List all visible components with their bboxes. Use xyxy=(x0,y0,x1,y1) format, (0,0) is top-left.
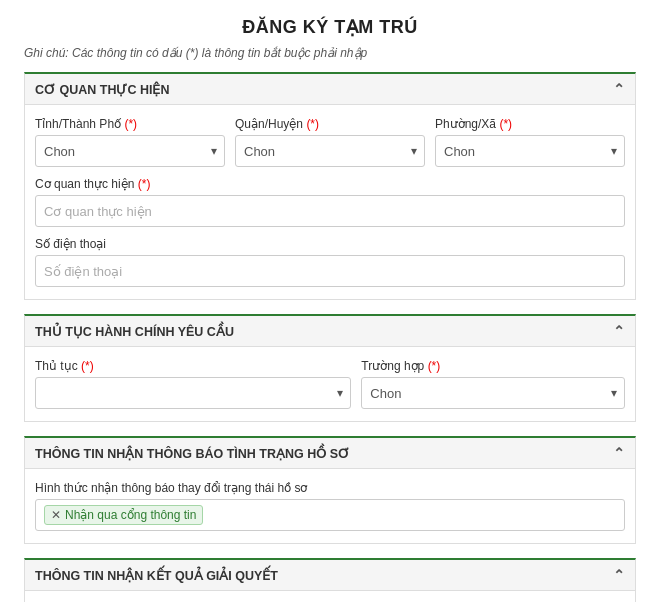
section-body-ket-qua: Hình thức nhận (*) Nhận trực tiếp xyxy=(25,591,635,602)
label-thu-tuc: Thủ tục (*) xyxy=(35,359,351,373)
select-wrapper-phuong: Chon xyxy=(435,135,625,167)
select-truong-hop[interactable]: Chon xyxy=(361,377,625,409)
field-thu-tuc: Thủ tục (*) xyxy=(35,359,351,409)
select-quan-huyen[interactable]: Chon xyxy=(235,135,425,167)
input-so-dien-thoai[interactable] xyxy=(35,255,625,287)
section-thu-tuc: THỦ TỤC HÀNH CHÍNH YÊU CẦU ⌃ Thủ tục (*) xyxy=(24,314,636,422)
field-tinh-thanh-pho: Tỉnh/Thành Phố (*) Chon xyxy=(35,117,225,167)
chevron-up-icon-4: ⌃ xyxy=(613,567,625,583)
field-truong-hop: Trường hợp (*) Chon xyxy=(361,359,625,409)
tag-remove-icon[interactable]: ✕ xyxy=(51,508,61,522)
section-title-co-quan: CƠ QUAN THỰC HIỆN xyxy=(35,82,169,97)
section-title-thong-bao: THÔNG TIN NHẬN THÔNG BÁO TÌNH TRẠNG HỒ S… xyxy=(35,446,350,461)
thu-tuc-row: Thủ tục (*) Trường hợp (*) xyxy=(35,359,625,409)
section-ket-qua: THÔNG TIN NHẬN KẾT QUẢ GIẢI QUYẾT ⌃ Hình… xyxy=(24,558,636,602)
section-header-thu-tuc[interactable]: THỦ TỤC HÀNH CHÍNH YÊU CẦU ⌃ xyxy=(25,316,635,347)
select-wrapper-quan: Chon xyxy=(235,135,425,167)
section-header-co-quan[interactable]: CƠ QUAN THỰC HIỆN ⌃ xyxy=(25,74,635,105)
chevron-up-icon: ⌃ xyxy=(613,81,625,97)
location-row: Tỉnh/Thành Phố (*) Chon Quận/Huyện (*) xyxy=(35,117,625,167)
label-tinh-thanh-pho: Tỉnh/Thành Phố (*) xyxy=(35,117,225,131)
label-truong-hop: Trường hợp (*) xyxy=(361,359,625,373)
hinh-thuc-thong-bao-row: Hình thức nhận thông báo thay đổi trạng … xyxy=(35,481,625,531)
section-body-thong-bao: Hình thức nhận thông báo thay đổi trạng … xyxy=(25,469,635,543)
co-quan-row: Cơ quan thực hiện (*) xyxy=(35,177,625,227)
chevron-up-icon-3: ⌃ xyxy=(613,445,625,461)
field-hinh-thuc-thong-bao: Hình thức nhận thông báo thay đổi trạng … xyxy=(35,481,625,531)
tag-label: Nhận qua cổng thông tin xyxy=(65,508,196,522)
field-quan-huyen: Quận/Huyện (*) Chon xyxy=(235,117,425,167)
chevron-up-icon-2: ⌃ xyxy=(613,323,625,339)
section-header-ket-qua[interactable]: THÔNG TIN NHẬN KẾT QUẢ GIẢI QUYẾT ⌃ xyxy=(25,560,635,591)
label-so-dien-thoai: Số điện thoại xyxy=(35,237,625,251)
section-co-quan-thuc-hien: CƠ QUAN THỰC HIỆN ⌃ Tỉnh/Thành Phố (*) C… xyxy=(24,72,636,300)
select-wrapper-truong-hop: Chon xyxy=(361,377,625,409)
label-quan-huyen: Quận/Huyện (*) xyxy=(235,117,425,131)
select-tinh-thanh-pho[interactable]: Chon xyxy=(35,135,225,167)
select-thu-tuc[interactable] xyxy=(35,377,351,409)
select-phuong-xa[interactable]: Chon xyxy=(435,135,625,167)
section-header-thong-bao[interactable]: THÔNG TIN NHẬN THÔNG BÁO TÌNH TRẠNG HỒ S… xyxy=(25,438,635,469)
form-note: Ghi chú: Các thông tin có dấu (*) là thô… xyxy=(24,46,636,60)
field-phuong-xa: Phường/Xã (*) Chon xyxy=(435,117,625,167)
phone-row: Số điện thoại xyxy=(35,237,625,287)
section-title-thu-tuc: THỦ TỤC HÀNH CHÍNH YÊU CẦU xyxy=(35,324,234,339)
tag-input-thong-bao[interactable]: ✕ Nhận qua cổng thông tin xyxy=(35,499,625,531)
section-body-co-quan: Tỉnh/Thành Phố (*) Chon Quận/Huyện (*) xyxy=(25,105,635,299)
tag-cong-thong-tin: ✕ Nhận qua cổng thông tin xyxy=(44,505,203,525)
input-co-quan-thuc-hien[interactable] xyxy=(35,195,625,227)
select-wrapper-thu-tuc xyxy=(35,377,351,409)
label-hinh-thuc-thong-bao: Hình thức nhận thông báo thay đổi trạng … xyxy=(35,481,625,495)
section-title-ket-qua: THÔNG TIN NHẬN KẾT QUẢ GIẢI QUYẾT xyxy=(35,568,278,583)
label-co-quan-thuc-hien: Cơ quan thực hiện (*) xyxy=(35,177,625,191)
field-co-quan-thuc-hien: Cơ quan thực hiện (*) xyxy=(35,177,625,227)
section-thong-tin-thong-bao: THÔNG TIN NHẬN THÔNG BÁO TÌNH TRẠNG HỒ S… xyxy=(24,436,636,544)
page-title: ĐĂNG KÝ TẠM TRÚ xyxy=(24,16,636,38)
label-phuong-xa: Phường/Xã (*) xyxy=(435,117,625,131)
select-wrapper-tinh: Chon xyxy=(35,135,225,167)
field-so-dien-thoai: Số điện thoại xyxy=(35,237,625,287)
section-body-thu-tuc: Thủ tục (*) Trường hợp (*) xyxy=(25,347,635,421)
